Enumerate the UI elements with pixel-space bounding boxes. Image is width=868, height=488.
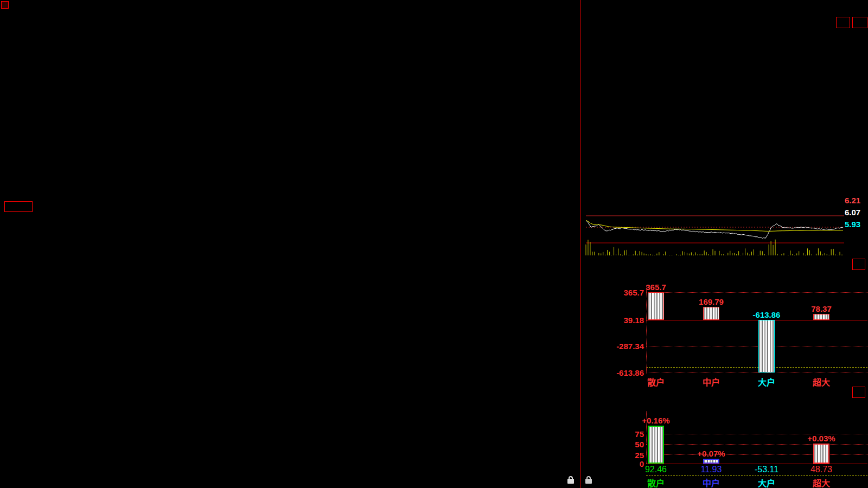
lock-icon-body[interactable] <box>567 479 574 484</box>
minute-chart-svg <box>585 189 845 256</box>
minute-price-label: 6.07 <box>845 208 860 217</box>
monitor-bar <box>648 292 664 320</box>
minute-price-label: 6.21 <box>845 196 860 205</box>
monitor-category-label: 超大 <box>804 375 839 388</box>
monitor-category-label: 散户 <box>639 375 673 388</box>
stats-category-label: 散户 <box>639 476 673 488</box>
monitor-category-label: 大户 <box>749 375 784 388</box>
stats-category-label: 中户 <box>694 476 729 488</box>
gridline <box>646 292 867 293</box>
daily-chart-svg <box>0 0 580 476</box>
gridline <box>646 373 867 373</box>
gridline <box>646 346 867 346</box>
stats-y-label: 75 <box>628 429 644 439</box>
monitor-bar-value: 78.37 <box>800 304 843 313</box>
gridline <box>646 454 867 455</box>
gridline <box>646 320 867 320</box>
monitor-settings-button[interactable] <box>852 259 865 270</box>
stats-bar-value: 11.93 <box>690 465 733 474</box>
toolbar-corner-icon[interactable] <box>1 1 9 9</box>
monitor-bar <box>758 320 775 373</box>
stats-y-label: 50 <box>628 440 644 449</box>
stats-bar-percent: +0.07% <box>692 449 730 458</box>
stats-category-label: 大户 <box>749 476 784 488</box>
app-window: 6.216.075.93365.739.18-287.34-613.86365.… <box>0 0 868 488</box>
gridline <box>646 367 867 368</box>
stats-bar <box>813 444 829 464</box>
left-chart-area <box>0 0 580 488</box>
gridline <box>646 475 867 476</box>
right-panel: 6.216.075.93365.739.18-287.34-613.86365.… <box>580 0 868 488</box>
monitor-y-label: 39.18 <box>604 316 644 325</box>
monitor-bar <box>703 307 719 320</box>
monitor-bar <box>813 314 829 320</box>
stats-settings-button[interactable] <box>852 387 865 398</box>
monitor-bar-value: 365.7 <box>634 282 678 292</box>
stats-bar-value: 48.73 <box>800 465 843 474</box>
gridline <box>646 286 647 374</box>
stats-bar-percent: +0.03% <box>802 434 840 443</box>
volume-multiplier-badge <box>4 201 33 212</box>
gridline <box>646 444 867 445</box>
pen-mode-button[interactable] <box>852 17 867 28</box>
stats-category-label: 超大 <box>804 476 839 488</box>
monitor-bar-value: 169.79 <box>690 297 733 306</box>
order-volume-pie-chart <box>589 36 718 165</box>
monitor-category-label: 中户 <box>694 375 729 388</box>
stats-bar-value: -53.11 <box>745 465 788 474</box>
stats-bar <box>648 426 664 464</box>
monitor-y-label: -287.34 <box>604 342 644 351</box>
lock-icon-body[interactable] <box>585 479 592 484</box>
timeline-bar <box>0 476 580 488</box>
monitor-bar-value: -613.86 <box>742 310 791 319</box>
monitor-y-label: -613.86 <box>604 368 644 377</box>
minute-price-label: 5.93 <box>845 220 860 229</box>
bar-mode-button[interactable] <box>836 17 850 28</box>
stats-bar-percent: +0.16% <box>637 416 675 425</box>
stats-bar-value: 92.46 <box>634 465 678 474</box>
stats-y-label: 25 <box>628 451 644 460</box>
stats-bar <box>703 459 719 464</box>
gridline <box>646 464 867 464</box>
